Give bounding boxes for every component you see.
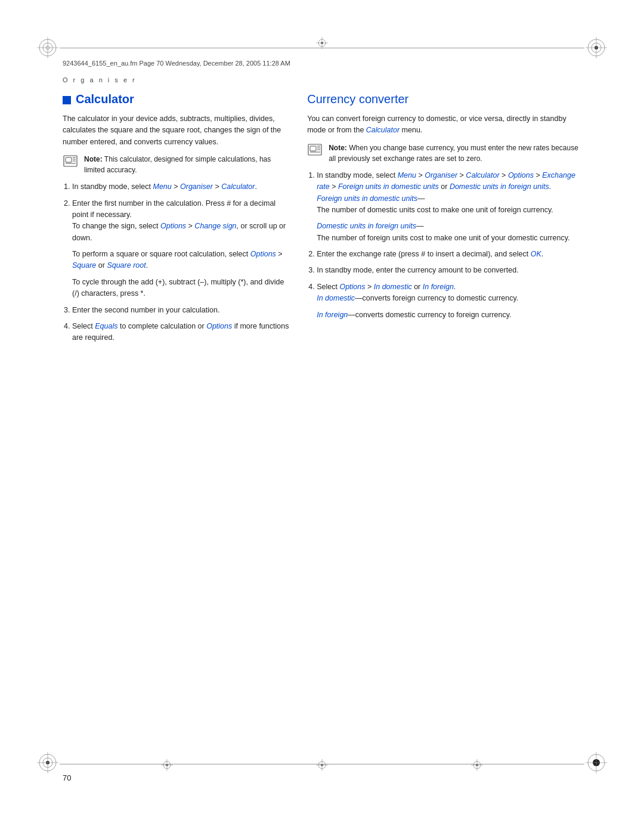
calculator-note-text: Note: This calculator, designed for simp… — [84, 154, 289, 175]
reg-mark-bottom-left2 — [161, 759, 173, 773]
rule-bottom — [60, 764, 584, 764]
currency-step-4: Select Options > In domestic or In forei… — [317, 281, 581, 321]
calculator-step-4: Select Equals to complete calculation or… — [72, 321, 289, 344]
calculator-step-2-sub2: To perform a square or square root calcu… — [72, 249, 289, 272]
reg-mark-top-center — [316, 37, 328, 51]
currency-converter-section: Currency converter You can convert forei… — [301, 92, 581, 755]
note-icon-currency — [307, 143, 324, 156]
currency-converter-intro: You can convert foreign currency to dome… — [307, 113, 581, 137]
rule-top — [60, 48, 584, 48]
currency-step-1-fidu: Foreign units in domestic units— The num… — [317, 193, 581, 216]
reg-mark-tr — [586, 37, 607, 58]
calculator-step-2-sub3: To cycle through the add (+), subtract (… — [72, 277, 289, 300]
content-area: Calculator The calculator in your device… — [63, 92, 581, 755]
currency-steps: In standby mode, select Menu > Organiser… — [307, 170, 581, 321]
calculator-note: Note: This calculator, designed for simp… — [63, 154, 289, 175]
page-number: 70 — [63, 773, 71, 782]
organiser-label: O r g a n i s e r — [63, 76, 137, 83]
calculator-intro: The calculator in your device adds, subt… — [63, 113, 289, 148]
currency-step-1: In standby mode, select Menu > Organiser… — [317, 170, 581, 244]
calculator-title: Calculator — [63, 92, 289, 106]
calculator-section: Calculator The calculator in your device… — [63, 92, 301, 755]
calculator-steps: In standby mode, select Menu > Organiser… — [63, 181, 289, 344]
svg-rect-42 — [310, 146, 316, 151]
currency-step-4-foreign: In foreign—converts domestic currency to… — [317, 309, 581, 321]
currency-step-1-duif: Domestic units in foreign units— The num… — [317, 221, 581, 244]
calculator-step-1: In standby mode, select Menu > Organiser… — [72, 181, 289, 193]
currency-step-2: Enter the exchange rate (press # to inse… — [317, 249, 581, 260]
currency-step-4-domestic: In domestic—converts foreign currency to… — [317, 293, 581, 304]
calculator-step-2-sub1: To change the sign, select Options > Cha… — [72, 221, 289, 244]
title-box-icon — [63, 96, 71, 104]
svg-rect-36 — [66, 157, 72, 162]
reg-mark-bottom-right2 — [471, 759, 483, 773]
note-icon-calculator — [63, 154, 79, 168]
currency-step-3: In standby mode, enter the currency amou… — [317, 265, 581, 276]
reg-mark-br — [586, 752, 607, 773]
calculator-step-2: Enter the first number in the calculatio… — [72, 198, 289, 300]
header-line: 9243644_6155_en_au.fm Page 70 Wednesday,… — [63, 60, 581, 67]
calculator-step-3: Enter the second number in your calculat… — [72, 305, 289, 316]
page: 9243644_6155_en_au.fm Page 70 Wednesday,… — [0, 0, 644, 833]
currency-converter-title: Currency converter — [307, 92, 581, 106]
reg-mark-tl — [37, 37, 58, 58]
reg-mark-bottom-center — [316, 759, 328, 773]
currency-note-text: Note: When you change base currency, you… — [329, 143, 581, 164]
currency-note: Note: When you change base currency, you… — [307, 143, 581, 164]
reg-mark-bl — [37, 752, 58, 773]
